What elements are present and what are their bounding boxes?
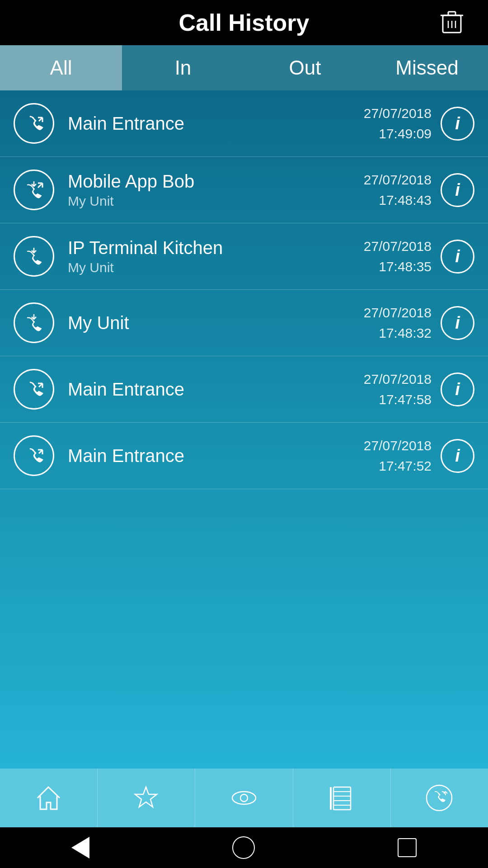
call-row: Main Entrance 27/07/2018 17:49:09 i <box>0 90 488 157</box>
call-info: IP Terminal Kitchen My Unit <box>68 238 364 275</box>
call-type-icon <box>14 435 54 476</box>
info-button[interactable]: i <box>441 240 474 274</box>
call-time: 27/07/2018 17:48:35 <box>364 236 432 277</box>
nav-home[interactable] <box>0 769 98 827</box>
svg-marker-23 <box>135 787 157 807</box>
call-time: 27/07/2018 17:48:43 <box>364 170 432 210</box>
book-icon <box>327 783 357 813</box>
nav-call[interactable] <box>391 769 488 827</box>
call-time: 27/07/2018 17:49:09 <box>364 103 432 144</box>
call-sub: My Unit <box>68 260 364 275</box>
star-icon <box>131 783 161 813</box>
home-button[interactable] <box>232 836 255 859</box>
call-row: Mobile App Bob My Unit 27/07/2018 17:48:… <box>0 157 488 223</box>
call-list: Main Entrance 27/07/2018 17:49:09 i Mobi… <box>0 90 488 489</box>
tab-out[interactable]: Out <box>244 45 366 90</box>
call-sub: My Unit <box>68 193 364 209</box>
call-time: 27/07/2018 17:47:58 <box>364 369 432 410</box>
call-name: Main Entrance <box>68 379 364 400</box>
back-button[interactable] <box>71 837 89 859</box>
call-name: Main Entrance <box>68 446 364 466</box>
call-name: My Unit <box>68 313 364 333</box>
android-nav-bar <box>0 827 488 868</box>
call-type-icon <box>14 302 54 343</box>
info-button[interactable]: i <box>441 373 474 406</box>
tab-bar: All In Out Missed <box>0 45 488 90</box>
call-name: Mobile App Bob <box>68 171 364 192</box>
nav-monitor[interactable] <box>195 769 293 827</box>
call-name: Main Entrance <box>68 113 364 134</box>
recents-button[interactable] <box>398 838 417 857</box>
home-icon <box>34 783 63 813</box>
call-type-icon <box>14 236 54 277</box>
svg-point-24 <box>232 792 256 804</box>
call-info: My Unit <box>68 313 364 333</box>
call-info: Main Entrance <box>68 113 364 134</box>
call-row: Main Entrance 27/07/2018 17:47:52 i <box>0 423 488 489</box>
info-button[interactable]: i <box>441 439 474 473</box>
info-button[interactable]: i <box>441 173 474 207</box>
call-info: Main Entrance <box>68 379 364 400</box>
call-info: Main Entrance <box>68 446 364 466</box>
call-time: 27/07/2018 17:47:52 <box>364 435 432 476</box>
call-row: My Unit 27/07/2018 17:48:32 i <box>0 290 488 356</box>
call-time: 27/07/2018 17:48:32 <box>364 302 432 343</box>
svg-rect-26 <box>333 787 351 810</box>
call-row: Main Entrance 27/07/2018 17:47:58 i <box>0 356 488 423</box>
info-button[interactable]: i <box>441 107 474 141</box>
call-type-icon <box>14 369 54 410</box>
delete-button[interactable] <box>438 8 465 37</box>
top-bar: Call History <box>0 0 488 45</box>
nav-favorites[interactable] <box>98 769 195 827</box>
call-info: Mobile App Bob My Unit <box>68 171 364 209</box>
page-title: Call History <box>179 9 310 36</box>
svg-line-13 <box>38 184 42 188</box>
svg-point-25 <box>240 794 248 802</box>
bottom-nav <box>0 769 488 827</box>
eye-icon <box>230 783 259 813</box>
call-type-icon <box>14 170 54 210</box>
tab-all[interactable]: All <box>0 45 122 90</box>
tab-missed[interactable]: Missed <box>366 45 488 90</box>
call-row: IP Terminal Kitchen My Unit 27/07/2018 1… <box>0 223 488 290</box>
tab-in[interactable]: In <box>122 45 244 90</box>
call-name: IP Terminal Kitchen <box>68 238 364 258</box>
nav-directory[interactable] <box>293 769 391 827</box>
phone-circle-icon <box>425 783 454 813</box>
info-button[interactable]: i <box>441 306 474 340</box>
call-type-icon <box>14 103 54 144</box>
